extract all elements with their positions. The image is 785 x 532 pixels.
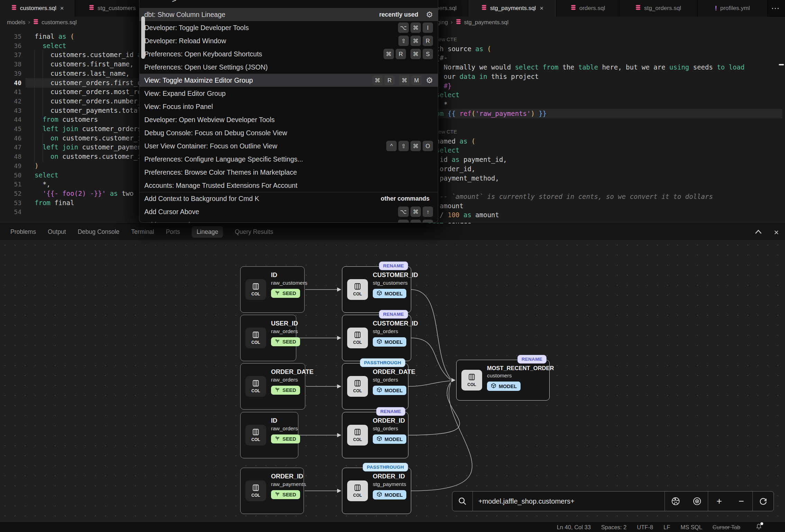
tab-orders-sql[interactable]: orders.sql xyxy=(557,0,619,17)
badge-model: MODEL xyxy=(487,382,521,391)
close-icon[interactable]: × xyxy=(540,5,543,12)
more-tabs-icon[interactable]: ⋯ xyxy=(771,3,780,13)
keycap: ⌘ xyxy=(410,220,421,223)
tab-profiles-yml[interactable]: !profiles.yml xyxy=(697,0,768,17)
code-line: our data in this project xyxy=(428,72,539,81)
panel-tab-ports[interactable]: Ports xyxy=(166,228,180,236)
lineage-node-raw_orders-user_id[interactable]: COLUSER_IDraw_ordersSEED xyxy=(240,315,296,361)
search-icon[interactable] xyxy=(452,492,472,511)
node-subtitle: stg_orders xyxy=(373,377,403,383)
palette-item-user-view-container-focus-on-outline-vie[interactable]: User View Container: Focus on Outline Vi… xyxy=(139,139,438,153)
bell-icon[interactable] xyxy=(756,523,762,531)
target-icon[interactable] xyxy=(686,492,708,511)
tab-stg_orders-sql[interactable]: stg_orders.sql xyxy=(619,0,697,17)
aperture-icon[interactable] xyxy=(665,492,686,511)
palette-item-add-context-to-background-for-cmd-k[interactable]: Add Context to Background for Cmd Kother… xyxy=(139,192,438,205)
tab-stg_customers[interactable]: stg_customers xyxy=(75,0,145,17)
breadcrumb-item[interactable]: models xyxy=(7,19,25,26)
palette-item-label: Accounts: Manage Trusted Extensions For … xyxy=(144,182,433,190)
palette-item-preferences-browse-color-themes-in-marke[interactable]: Preferences: Browse Color Themes in Mark… xyxy=(139,166,438,179)
line-number: 39 xyxy=(6,69,21,78)
palette-item-preferences-open-user-settings-json-[interactable]: Preferences: Open User Settings (JSON) xyxy=(139,61,438,74)
breadcrumb-item[interactable]: stg_payments.sql xyxy=(464,19,508,26)
panel-tab-query-results[interactable]: Query Results xyxy=(235,228,273,236)
palette-item-accounts-manage-trusted-extensions-for-a[interactable]: Accounts: Manage Trusted Extensions For … xyxy=(139,179,438,192)
status-bar: Ln 40, Col 33Spaces: 2UTF-8LFMS SQLCurso… xyxy=(0,522,785,532)
code-line: payment_method, xyxy=(428,174,499,183)
palette-item-dbt-show-column-lineage[interactable]: dbt: Show Column Lineagerecently used⚙ xyxy=(139,8,438,21)
close-icon[interactable]: × xyxy=(774,228,779,237)
code-line: customers.last_name, xyxy=(35,69,130,78)
palette-item-preferences-configure-language-specific-[interactable]: Preferences: Configure Language Specific… xyxy=(139,153,438,166)
keycap: R xyxy=(384,75,395,85)
breadcrumb-item[interactable]: customers.sql xyxy=(42,19,77,26)
status-item[interactable]: UTF-8 xyxy=(637,524,653,531)
gear-icon[interactable]: ⚙ xyxy=(426,10,433,19)
panel-tab-output[interactable]: Output xyxy=(48,228,66,236)
keycap: ⌘ xyxy=(410,141,421,151)
breadcrumb-right[interactable]: models›staging›stg_payments.sql xyxy=(400,17,785,28)
tab-label: stg_orders.sql xyxy=(644,5,681,12)
status-item[interactable]: MS SQL xyxy=(680,524,702,531)
panel-tab-terminal[interactable]: Terminal xyxy=(131,228,154,236)
palette-query-input[interactable]: > xyxy=(172,0,177,4)
status-item[interactable]: Spaces: 2 xyxy=(601,524,626,531)
palette-item-preferences-open-keyboard-shortcuts[interactable]: Preferences: Open Keyboard Shortcuts⌘R⌘S xyxy=(139,47,438,61)
palette-item-label: Preferences: Open User Settings (JSON) xyxy=(144,63,433,71)
palette-item-debug-console-focus-on-debug-console-vie[interactable]: Debug Console: Focus on Debug Console Vi… xyxy=(139,126,438,139)
palette-item-label: Developer: Open Webview Developer Tools xyxy=(144,116,433,124)
tab-label: orders.sql xyxy=(579,5,605,12)
code-line: customer_orders.number_of xyxy=(35,97,145,106)
panel-header-icons: × xyxy=(755,228,779,237)
palette-item-developer-open-webview-developer-tools[interactable]: Developer: Open Webview Developer Tools xyxy=(139,113,438,126)
line-number: 44 xyxy=(6,115,21,124)
palette-item-add-cursor-below[interactable]: Add Cursor Below⌥⌘↓ xyxy=(139,218,438,223)
dbt-file-icon xyxy=(570,4,576,12)
minimap-scroll-marker[interactable] xyxy=(779,64,784,65)
lineage-node-raw_orders-order_date[interactable]: COLORDER_DATEraw_ordersSEED xyxy=(240,363,305,410)
zoom-out-button[interactable]: − xyxy=(730,492,752,511)
palette-item-label: Add Cursor Below xyxy=(144,221,394,223)
palette-item-label: View: Toggle Maximize Editor Group xyxy=(144,76,368,84)
lineage-canvas[interactable]: COLIDraw_customersSEEDCOLUSER_IDraw_orde… xyxy=(0,240,785,522)
lineage-node-raw_orders-id[interactable]: COLIDraw_ordersSEED xyxy=(240,412,298,458)
chevron-up-icon[interactable] xyxy=(755,229,762,236)
line-number: 52 xyxy=(6,189,21,198)
palette-item-developer-toggle-developer-tools[interactable]: Developer: Toggle Developer Tools⌥⌘I xyxy=(139,21,438,34)
node-subtitle: raw_orders xyxy=(271,377,300,383)
palette-item-add-cursor-above[interactable]: Add Cursor Above⌥⌘↑ xyxy=(139,205,438,218)
palette-item-view-toggle-maximize-editor-group[interactable]: View: Toggle Maximize Editor Group⌘R⌘M⚙ xyxy=(139,74,438,87)
lineage-node-raw_customers-id[interactable]: COLIDraw_customersSEED xyxy=(240,266,305,313)
status-item[interactable]: Cursor Tab xyxy=(713,524,740,531)
lineage-node-stg_customers-customer_id[interactable]: RENAMECOLCUSTOMER_IDstg_customersMODEL xyxy=(342,266,411,313)
lineage-search-input[interactable] xyxy=(473,492,665,511)
close-icon[interactable]: × xyxy=(60,5,64,12)
panel-tab-debug-console[interactable]: Debug Console xyxy=(78,228,119,236)
zoom-in-button[interactable]: + xyxy=(708,492,730,511)
gear-icon[interactable]: ⚙ xyxy=(426,76,433,85)
lineage-node-stg_orders-order_id[interactable]: RENAMECOLORDER_IDstg_ordersMODEL xyxy=(342,412,408,458)
palette-item-label: Developer: Reload Window xyxy=(144,37,394,45)
panel-tab-lineage[interactable]: Lineage xyxy=(192,226,223,238)
scrollbar-thumb[interactable] xyxy=(141,16,145,59)
palette-item-view-expand-editor-group[interactable]: View: Expand Editor Group xyxy=(139,87,438,100)
badge-model: MODEL xyxy=(373,434,406,444)
palette-item-developer-reload-window[interactable]: Developer: Reload Window⇧⌘R xyxy=(139,34,438,47)
lineage-node-stg_orders-order_date[interactable]: PASSTHROUGHCOLORDER_DATEstg_ordersMODEL xyxy=(342,363,408,410)
panel-tab-problems[interactable]: Problems xyxy=(10,228,36,236)
breadcrumb-left[interactable]: models›customers.sql xyxy=(0,17,145,28)
lineage-node-raw_payments-order_id[interactable]: COLORDER_IDraw_paymentsSEED xyxy=(240,468,304,514)
tab-stg_payments-sql[interactable]: stg_payments.sql× xyxy=(468,0,557,17)
badge-model: MODEL xyxy=(373,490,406,499)
palette-item-view-focus-into-panel[interactable]: View: Focus into Panel xyxy=(139,100,438,113)
tab-customers-sql[interactable]: customers.sql× xyxy=(0,0,75,17)
code-line: on customers.customer_id xyxy=(35,152,145,161)
lineage-node-stg_orders-customer_id[interactable]: RENAMECOLCUSTOMER_IDstg_ordersMODEL xyxy=(342,315,411,361)
status-item[interactable]: Ln 40, Col 33 xyxy=(557,524,591,531)
refresh-icon[interactable] xyxy=(753,492,774,511)
lineage-toolbar: + − xyxy=(452,491,774,511)
status-item[interactable]: LF xyxy=(664,524,670,531)
keybinding-group: ⌥⌘↑ xyxy=(396,207,433,217)
lineage-node-stg_payments-order_id[interactable]: PASSTHROUGHCOLORDER_IDstg_paymentsMODEL xyxy=(342,468,411,514)
lineage-node-customers-most_recent_order[interactable]: RENAMECOLMOST_RECENT_ORDERcustomersMODEL xyxy=(456,360,550,401)
